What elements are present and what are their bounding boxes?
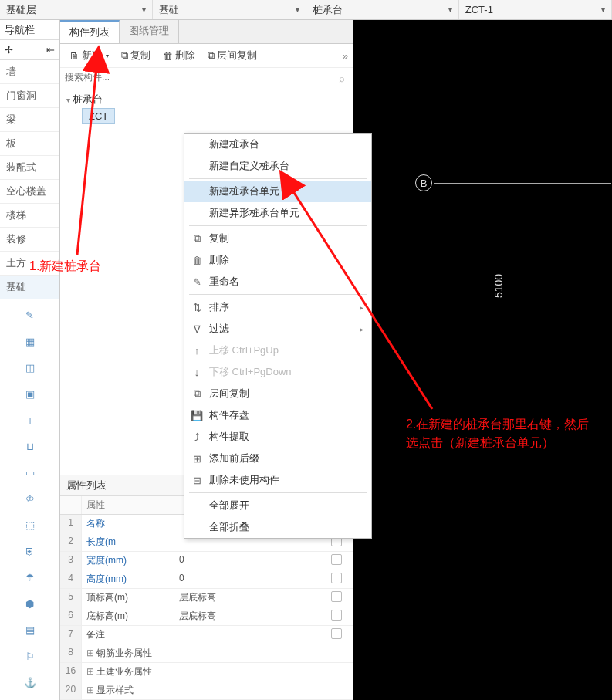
column-icon[interactable]: ⫿	[21, 411, 39, 429]
grid-icon[interactable]: ▦	[21, 332, 39, 350]
cm-extract-component[interactable]: ⤴构件提取	[184, 426, 371, 448]
umbrella-icon[interactable]: ☂	[21, 568, 39, 587]
cylinder-icon[interactable]: ⬢	[21, 594, 39, 613]
navigation-sidebar: 导航栏 ✢ ⇤ 墙 门窗洞 梁 板 装配式 空心楼盖 楼梯 装修 土方 基础 ✎…	[0, 20, 60, 700]
tree-leaf[interactable]: ZCT	[82, 108, 115, 124]
cm-move-up: ↑上移 Ctrl+PgUp	[184, 340, 371, 361]
property-row[interactable]: 8钢筋业务属性	[60, 644, 353, 663]
tab-drawing-manage[interactable]: 图纸管理	[120, 20, 179, 43]
rename-icon: ✎	[191, 276, 203, 288]
checkbox[interactable]	[331, 573, 342, 583]
nav-item-decor[interactable]: 装修	[0, 228, 59, 252]
copy-button[interactable]: ⧉复制	[117, 47, 155, 64]
add-icon[interactable]: ✢	[5, 44, 13, 56]
cm-expand-all[interactable]: 全部展开	[184, 495, 371, 516]
top-dropdown-bar: 基础层▾ 基础▾ 桩承台▾ ZCT-1▾	[0, 0, 612, 20]
cm-save-component[interactable]: 💾构件存盘	[184, 404, 371, 426]
nav-item-door-window[interactable]: 门窗洞	[0, 84, 59, 108]
cm-layer-copy[interactable]: ⧉层间复制	[184, 383, 371, 404]
checkbox[interactable]	[331, 628, 342, 639]
checkbox[interactable]	[331, 554, 342, 565]
filter-icon: ∇	[191, 323, 203, 335]
tab-component-list[interactable]: 构件列表	[60, 20, 120, 43]
cm-remove-unused[interactable]: ⊟删除未使用构件	[184, 469, 371, 491]
center-panel: 构件列表 图纸管理 🗎新建▾ ⧉复制 🗑删除 ⧉层间复制 » ⌕ 桩承台 ZCT…	[60, 20, 353, 700]
nav-toolbar: ✢ ⇤	[0, 40, 59, 60]
extract-icon: ⤴	[191, 431, 203, 443]
grid-line-horizontal	[434, 183, 611, 184]
stack-icon[interactable]: ⬚	[21, 516, 39, 534]
new-icon: 🗎	[69, 50, 79, 62]
dropdown-floor[interactable]: 基础层▾	[0, 0, 153, 19]
cm-collapse-all[interactable]: 全部折叠	[184, 516, 371, 538]
layer-copy-button[interactable]: ⧉层间复制	[203, 47, 262, 64]
dropdown-type[interactable]: 桩承台▾	[306, 0, 459, 19]
tree-root[interactable]: 桩承台	[66, 91, 347, 108]
col-name: 属性	[82, 496, 174, 514]
search-input[interactable]	[65, 72, 348, 83]
property-row[interactable]: 20显示样式	[60, 681, 353, 700]
grid-line-vertical	[539, 171, 539, 434]
cup-icon[interactable]: ⊔	[21, 437, 39, 455]
search-box: ⌕	[60, 68, 353, 86]
remove-icon: ⊟	[191, 475, 203, 486]
property-row[interactable]: 3宽度(mm)0	[60, 552, 353, 570]
delete-button[interactable]: 🗑删除	[158, 47, 200, 64]
dropdown-category[interactable]: 基础▾	[153, 0, 306, 19]
property-row[interactable]: 16土建业务属性	[60, 663, 353, 681]
up-icon: ↑	[191, 345, 203, 357]
cm-new-pile-cap-unit[interactable]: 新建桩承台单元	[184, 181, 371, 202]
component-tree: 桩承台 ZCT	[60, 86, 353, 129]
anchor-icon[interactable]: ⚓	[21, 673, 39, 692]
panel-tabs: 构件列表 图纸管理	[60, 20, 353, 44]
nav-item-earth[interactable]: 土方	[0, 252, 59, 276]
nav-item-hollow[interactable]: 空心楼盖	[0, 180, 59, 204]
cm-sort[interactable]: ⇅排序▸	[184, 296, 371, 318]
chevron-right-icon: ▸	[360, 325, 363, 333]
dropdown-instance[interactable]: ZCT-1▾	[459, 0, 612, 19]
layer-copy-icon: ⧉	[191, 387, 203, 400]
down-icon: ↓	[191, 367, 203, 378]
chevron-down-icon: ▾	[448, 5, 452, 14]
chevron-down-icon: ▾	[296, 5, 299, 14]
cm-new-pile-cap[interactable]: 新建桩承台	[184, 134, 371, 155]
property-row[interactable]: 5顶标高(m)层底标高	[60, 589, 353, 607]
nav-item-beam[interactable]: 梁	[0, 108, 59, 132]
nav-item-stairs[interactable]: 楼梯	[0, 204, 59, 228]
property-row[interactable]: 6底标高(m)层底标高	[60, 607, 353, 626]
component-toolbar: 🗎新建▾ ⧉复制 🗑删除 ⧉层间复制 »	[60, 44, 353, 68]
cm-delete[interactable]: 🗑删除	[184, 249, 371, 271]
collapse-icon[interactable]: ⇤	[46, 44, 55, 56]
tool-icons: ✎ ▦ ◫ ▣ ⫿ ⊔ ▭ ♔ ⬚ ⛨ ☂ ⬢ ▤ ⚐ ⚓	[0, 299, 59, 700]
nav-item-wall[interactable]: 墙	[0, 60, 59, 84]
cad-viewport[interactable]: B 5100	[353, 20, 612, 700]
dimension-label: 5100	[492, 274, 505, 298]
checkbox[interactable]	[331, 591, 342, 602]
property-row[interactable]: 7备注	[60, 626, 353, 644]
square-icon[interactable]: ▣	[21, 384, 39, 403]
flag-icon[interactable]: ⚐	[21, 647, 39, 665]
trash-icon: 🗑	[191, 255, 203, 266]
cm-new-custom-pile-cap[interactable]: 新建自定义桩承台	[184, 155, 371, 177]
pencil-icon[interactable]: ✎	[21, 306, 39, 324]
property-row[interactable]: 4高度(mm)0	[60, 570, 353, 589]
cm-add-prefix[interactable]: ⊞添加前后缀	[184, 448, 371, 469]
shield-icon[interactable]: ⛨	[21, 542, 39, 560]
copy-icon: ⧉	[121, 49, 128, 62]
cm-copy[interactable]: ⧉复制	[184, 228, 371, 249]
checkbox[interactable]	[331, 610, 342, 621]
cm-rename[interactable]: ✎重命名	[184, 271, 371, 293]
more-button[interactable]: »	[343, 50, 348, 62]
mesh-icon[interactable]: ▤	[21, 621, 39, 639]
search-icon[interactable]: ⌕	[339, 73, 345, 84]
nav-item-slab[interactable]: 板	[0, 132, 59, 156]
nav-item-foundation[interactable]: 基础	[0, 276, 59, 299]
nav-item-prefab[interactable]: 装配式	[0, 156, 59, 180]
crown-icon[interactable]: ♔	[21, 489, 39, 508]
context-menu: 新建桩承台 新建自定义桩承台 新建桩承台单元 新建异形桩承台单元 ⧉复制 🗑删除…	[184, 133, 372, 539]
cm-filter[interactable]: ∇过滤▸	[184, 318, 371, 340]
new-button[interactable]: 🗎新建▾	[65, 47, 113, 64]
cm-new-special-pile-cap-unit[interactable]: 新建异形桩承台单元	[184, 202, 371, 224]
layer-icon[interactable]: ▭	[21, 463, 39, 482]
box-icon[interactable]: ◫	[21, 358, 39, 377]
